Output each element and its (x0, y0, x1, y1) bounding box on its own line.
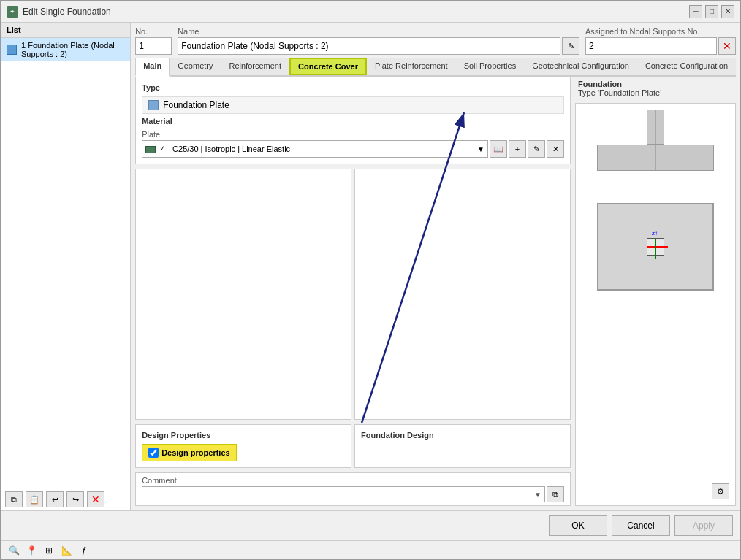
material-delete-button[interactable]: ✕ (547, 140, 564, 158)
minimize-button[interactable]: ─ (689, 5, 702, 18)
main-content: List 1 Foundation Plate (Nodal Supports … (1, 23, 740, 510)
name-label: Name (178, 27, 580, 36)
material-info-button[interactable]: 📖 (490, 140, 507, 158)
window-controls: ─ □ ✕ (689, 5, 734, 18)
tab-concrete-cover[interactable]: Concrete Cover (289, 58, 367, 75)
name-field-group: Name ✎ (178, 27, 580, 55)
function-status-icon[interactable]: ƒ (77, 543, 91, 558)
design-properties-title: Design Properties (142, 431, 345, 440)
copy-button[interactable]: ⧉ (5, 491, 23, 507)
preview-elevation (593, 110, 718, 197)
main-window: ✦ Edit Single Foundation ─ □ ✕ List 1 Fo… (0, 0, 741, 560)
preview-footing (597, 145, 714, 171)
right-content: Foundation Type 'Foundation Plate' (575, 77, 736, 506)
type-section-title: Type (142, 83, 564, 92)
left-content: Type Foundation Plate Material Plate (135, 77, 571, 506)
ok-button[interactable]: OK (549, 515, 607, 536)
design-properties-checkbox[interactable] (148, 448, 159, 458)
comment-label: Comment (142, 476, 564, 485)
design-properties-check-text: Design properties (162, 448, 230, 457)
preview-column (647, 110, 664, 145)
design-row: Design Properties Design properties Foun… (135, 424, 571, 468)
redo-button[interactable]: ↪ (66, 491, 84, 507)
preview-plan: z↑ (597, 203, 714, 291)
name-input[interactable] (178, 37, 560, 55)
tab-plate-reinforcement[interactable]: Plate Reinforcement (367, 58, 456, 75)
title-bar-left: ✦ Edit Single Foundation (7, 6, 111, 18)
close-button[interactable]: ✕ (721, 5, 734, 18)
list-item-text: 1 Foundation Plate (Nodal Supports : 2) (21, 41, 124, 58)
foundation-design-panel: Foundation Design (354, 424, 571, 468)
preview-settings-button[interactable]: ⚙ (712, 483, 729, 499)
tabs-bar: Main Geometry Reinforcement Concrete Cov… (135, 58, 736, 77)
left-panel: List 1 Foundation Plate (Nodal Supports … (1, 23, 131, 510)
comment-input[interactable]: ▼ (142, 486, 545, 502)
tab-geotechnical[interactable]: Geotechnical Configuration (524, 58, 637, 75)
type-display: Foundation Plate (142, 96, 564, 114)
preview-panel: z↑ ⚙ (575, 103, 736, 506)
tabs-content-wrapper: Main Geometry Reinforcement Concrete Cov… (135, 58, 736, 506)
design-properties-panel: Design Properties Design properties (135, 424, 352, 468)
axis-y-icon (655, 239, 656, 259)
footing-center-line (656, 145, 656, 170)
foundation-info: Foundation Type 'Foundation Plate' (575, 77, 736, 100)
no-field-group: No. (135, 27, 172, 55)
delete-button[interactable]: ✕ (87, 491, 104, 507)
dropdown-arrow-icon: ▼ (477, 145, 484, 153)
axis-label: z↑ (652, 230, 658, 237)
material-select-text: 4 - C25/30 | Isotropic | Linear Elastic (145, 145, 290, 153)
comment-section: Comment ▼ ⧉ (135, 472, 571, 506)
design-properties-checkbox-label[interactable]: Design properties (142, 444, 237, 461)
assigned-input[interactable] (585, 37, 717, 55)
type-section: Type Foundation Plate Material Plate (135, 77, 571, 164)
type-color-swatch (148, 100, 159, 110)
right-panel: No. Name ✎ Assigned to Nodal Supports No… (131, 23, 740, 510)
foundation-type-label: Type 'Foundation Plate' (578, 88, 733, 97)
tab-soil-properties[interactable]: Soil Properties (456, 58, 525, 75)
assigned-clear-button[interactable]: ✕ (718, 37, 736, 55)
bottom-bar: OK Cancel Apply (1, 510, 740, 540)
top-row: No. Name ✎ Assigned to Nodal Supports No… (135, 27, 736, 55)
two-col-area (135, 169, 571, 420)
foundation-design-title: Foundation Design (361, 431, 564, 440)
tab-reinforcement[interactable]: Reinforcement (221, 58, 289, 75)
apply-button[interactable]: Apply (674, 515, 733, 536)
tab-geometry[interactable]: Geometry (170, 58, 221, 75)
assigned-field-group: Assigned to Nodal Supports No. ✕ (585, 27, 736, 55)
material-select[interactable]: 4 - C25/30 | Isotropic | Linear Elastic … (142, 140, 488, 158)
coordinate-status-icon[interactable]: 📍 (24, 543, 39, 558)
search-status-icon[interactable]: 🔍 (7, 543, 21, 558)
paste-button[interactable]: 📋 (26, 491, 43, 507)
tab-main[interactable]: Main (135, 58, 170, 77)
undo-button[interactable]: ↩ (46, 491, 64, 507)
cancel-button[interactable]: Cancel (612, 515, 670, 536)
list-footer: ⧉ 📋 ↩ ↪ ✕ (1, 488, 130, 510)
measure-status-icon[interactable]: 📐 (59, 543, 74, 558)
no-label: No. (135, 27, 172, 36)
design-check-row: Design properties (142, 444, 345, 461)
maximize-button[interactable]: □ (705, 5, 718, 18)
comment-row: ▼ ⧉ (142, 486, 564, 502)
plate-label: Plate (142, 130, 564, 139)
no-input[interactable] (135, 37, 172, 55)
material-row: 4 - C25/30 | Isotropic | Linear Elastic … (142, 140, 564, 158)
tab-concrete-config[interactable]: Concrete Configuration (637, 58, 736, 75)
axis-x-icon (647, 246, 668, 248)
window-title: Edit Single Foundation (23, 7, 111, 17)
column-center-line (656, 110, 656, 144)
preview-plan-center: z↑ (647, 238, 664, 256)
name-edit-button[interactable]: ✎ (562, 37, 580, 55)
list-item[interactable]: 1 Foundation Plate (Nodal Supports : 2) (1, 38, 130, 61)
app-icon: ✦ (7, 6, 18, 18)
list-header: List (1, 23, 130, 38)
foundation-label: Foundation (578, 80, 733, 88)
material-add-button[interactable]: + (509, 140, 526, 158)
snap-status-icon[interactable]: ⊞ (42, 543, 56, 558)
type-text: Foundation Plate (163, 100, 229, 110)
status-bar: 🔍 📍 ⊞ 📐 ƒ (1, 540, 740, 559)
material-edit-button[interactable]: ✎ (528, 140, 545, 158)
comment-copy-button[interactable]: ⧉ (547, 486, 564, 502)
material-section-title: Material (142, 117, 564, 126)
assigned-row: ✕ (585, 37, 736, 55)
assigned-label: Assigned to Nodal Supports No. (585, 27, 736, 36)
